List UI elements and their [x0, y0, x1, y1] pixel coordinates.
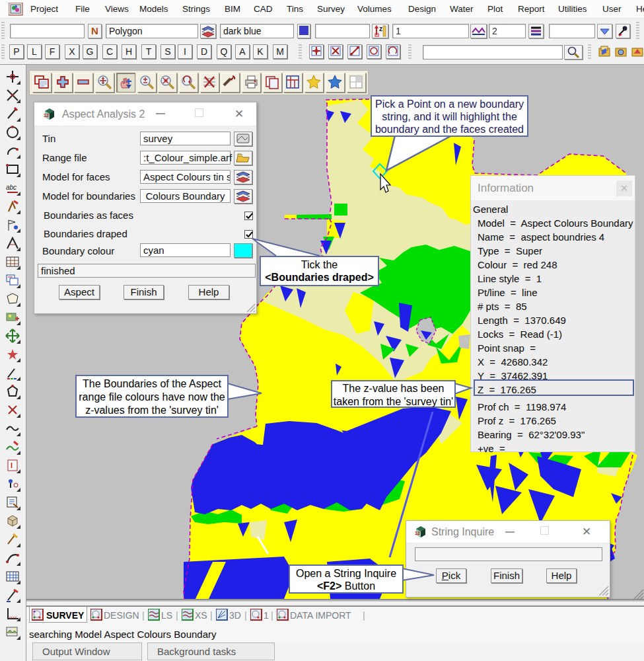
svg-text:z: z	[379, 25, 382, 32]
svg-text:I: I	[11, 461, 13, 469]
svg-text:abc: abc	[6, 184, 17, 191]
svg-text:12: 12	[44, 113, 49, 118]
svg-text:12: 12	[415, 531, 420, 535]
